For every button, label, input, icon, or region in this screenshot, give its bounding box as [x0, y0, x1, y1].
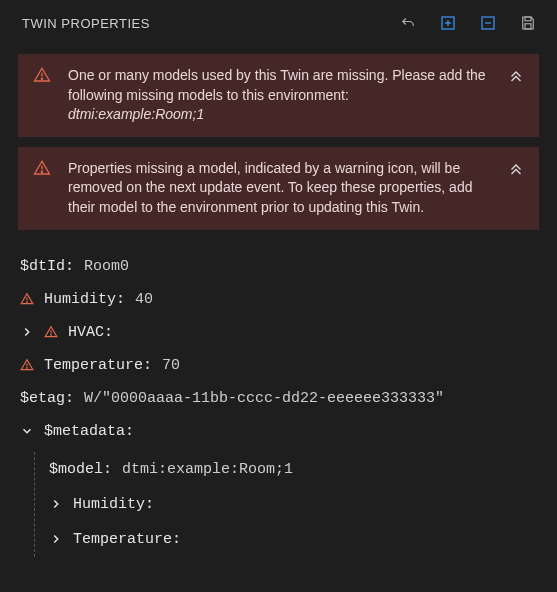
prop-key: $dtId: — [20, 256, 74, 277]
warning-icon — [44, 325, 58, 339]
prop-key: Humidity: — [73, 494, 154, 515]
prop-metadata-humidity[interactable]: Humidity: — [49, 487, 537, 522]
svg-point-8 — [41, 78, 42, 79]
prop-temperature[interactable]: Temperature: 70 — [20, 349, 537, 382]
warning-icon — [33, 159, 51, 183]
panel-header: TWIN PROPERTIES — [0, 6, 557, 44]
prop-key: Temperature: — [73, 529, 181, 550]
missing-property-model-warning: Properties missing a model, indicated by… — [18, 147, 539, 230]
prop-metadata[interactable]: $metadata: — [20, 415, 537, 448]
save-button[interactable] — [517, 12, 539, 34]
svg-point-12 — [27, 302, 28, 303]
warning-icon — [20, 358, 34, 372]
warning-text: Properties missing a model, indicated by… — [68, 160, 472, 215]
twin-properties-panel: TWIN PROPERTIES One or many models used … — [0, 0, 557, 567]
warning-detail: dtmi:example:Room;1 — [68, 106, 204, 122]
missing-models-warning: One or many models used by this Twin are… — [18, 54, 539, 137]
panel-title: TWIN PROPERTIES — [22, 16, 397, 31]
svg-rect-6 — [525, 24, 531, 29]
prop-value: 40 — [135, 289, 153, 310]
metadata-children: $model: dtmi:example:Room;1 Humidity: Te… — [34, 452, 537, 557]
prop-dtid[interactable]: $dtId: Room0 — [20, 250, 537, 283]
prop-key: $model: — [49, 459, 112, 480]
prop-metadata-model[interactable]: $model: dtmi:example:Room;1 — [49, 452, 537, 487]
prop-key: $metadata: — [44, 421, 134, 442]
svg-point-14 — [51, 335, 52, 336]
prop-metadata-temperature[interactable]: Temperature: — [49, 522, 537, 557]
warning-icon — [33, 66, 51, 90]
warning-text: One or many models used by this Twin are… — [68, 67, 486, 103]
collapse-warning-button[interactable] — [507, 159, 525, 183]
warning-icon — [20, 292, 34, 306]
prop-key: Temperature: — [44, 355, 152, 376]
properties-list: $dtId: Room0 Humidity: 40 HVAC: Temperat… — [0, 240, 557, 567]
svg-point-16 — [27, 368, 28, 369]
collapse-all-button[interactable] — [477, 12, 499, 34]
prop-etag[interactable]: $etag: W/"0000aaaa-11bb-cccc-dd22-eeeeee… — [20, 382, 537, 415]
chevron-right-icon[interactable] — [20, 325, 34, 339]
undo-button[interactable] — [397, 12, 419, 34]
prop-value: dtmi:example:Room;1 — [122, 459, 293, 480]
panel-toolbar — [397, 12, 539, 34]
prop-key: HVAC: — [68, 322, 113, 343]
prop-value: 70 — [162, 355, 180, 376]
prop-key: Humidity: — [44, 289, 125, 310]
prop-key: $etag: — [20, 388, 74, 409]
chevron-down-icon[interactable] — [20, 424, 34, 438]
prop-value: Room0 — [84, 256, 129, 277]
prop-hvac[interactable]: HVAC: — [20, 316, 537, 349]
chevron-right-icon[interactable] — [49, 532, 63, 546]
expand-all-button[interactable] — [437, 12, 459, 34]
prop-humidity[interactable]: Humidity: 40 — [20, 283, 537, 316]
prop-value: W/"0000aaaa-11bb-cccc-dd22-eeeeee333333" — [84, 388, 444, 409]
svg-point-10 — [41, 171, 42, 172]
collapse-warning-button[interactable] — [507, 66, 525, 90]
chevron-right-icon[interactable] — [49, 497, 63, 511]
svg-rect-5 — [525, 17, 531, 21]
